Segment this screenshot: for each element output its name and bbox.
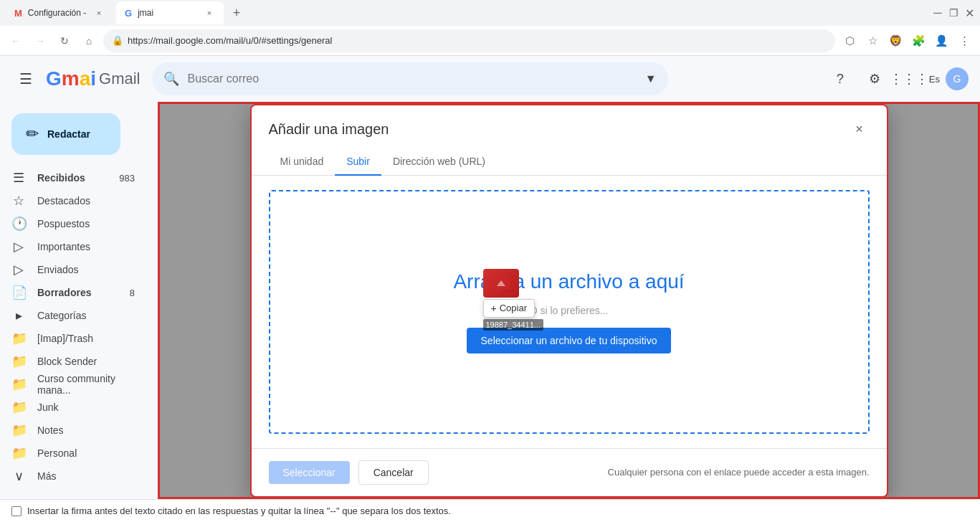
address-bar[interactable]: 🔒 https://mail.google.com/mail/u/0/#sett… [103, 29, 835, 52]
insert-signature-text: Insertar la firma antes del texto citado… [27, 506, 451, 516]
mas-expand-icon: ∨ [11, 468, 26, 484]
search-bar: 🔍 ▼ [152, 62, 668, 95]
drag-filename: 19887_34411... [483, 319, 543, 331]
pospuestos-icon: 🕐 [11, 216, 26, 232]
modal-close-button[interactable]: × [850, 120, 870, 140]
importantes-label: Importantes [37, 241, 135, 252]
sidebar-item-notes[interactable]: 📁 Notes [0, 419, 146, 442]
hamburger-menu[interactable]: ☰ [11, 65, 40, 93]
browser-tab-1[interactable]: M Configuración - × [6, 1, 113, 24]
recibidos-label: Recibidos [37, 172, 108, 184]
tab1-close[interactable]: × [93, 7, 105, 19]
extensions-icon[interactable]: 🧩 [908, 31, 928, 51]
sidebar-item-pospuestos[interactable]: 🕐 Pospuestos [0, 212, 146, 235]
forward-button[interactable]: → [30, 31, 50, 51]
bookmark-icon[interactable]: ☆ [862, 31, 883, 51]
footer-note: Cualquier persona con el enlace puede ac… [608, 467, 870, 478]
tab1-favicon: M [14, 8, 22, 19]
drop-zone[interactable]: Arrastra un archivo a aquí Copiar [269, 190, 870, 434]
borradores-label: Borradores [37, 287, 118, 298]
compose-button[interactable]: ✏ Redactar [11, 113, 120, 155]
tab-url[interactable]: Dirección web (URL) [381, 148, 497, 176]
importantes-icon: ▷ [11, 239, 26, 255]
personal-label: Personal [37, 447, 135, 459]
new-tab-button[interactable]: + [227, 3, 247, 23]
tab2-close[interactable]: × [204, 7, 215, 19]
imap-trash-label: [Imap]/Trash [37, 333, 135, 344]
sidebar-item-personal[interactable]: 📁 Personal [0, 442, 146, 465]
window-controls: ─ ❐ ✕ [933, 8, 974, 18]
imap-trash-icon: 📁 [11, 331, 26, 346]
select-file-button[interactable]: Seleccionar un archivo de tu dispositivo [467, 328, 672, 353]
block-sender-label: Block Sender [37, 356, 135, 367]
mas-label: Más [37, 470, 135, 482]
tab-mi-unidad[interactable]: Mi unidad [269, 148, 336, 176]
sidebar-item-enviados[interactable]: ▷ Enviados [0, 258, 146, 281]
browser-tab-2[interactable]: G jmai × [116, 1, 224, 24]
drag-copy-badge: Copiar [483, 299, 535, 318]
tab2-favicon: G [125, 8, 132, 19]
menu-icon[interactable]: ⋮ [954, 31, 974, 51]
brave-icon[interactable]: 🦁 [885, 31, 905, 51]
modal-title: Añadir una imagen [269, 121, 389, 138]
notes-label: Notes [37, 424, 135, 436]
help-icon[interactable]: ? [826, 65, 855, 93]
apps-icon[interactable]: ⋮⋮⋮ [895, 65, 923, 93]
user-avatar[interactable]: G [946, 67, 969, 90]
recibidos-icon: ☰ [11, 170, 26, 186]
enviados-icon: ▷ [11, 262, 26, 277]
sidebar-item-block-sender[interactable]: 📁 Block Sender [0, 350, 146, 373]
tab-subir[interactable]: Subir [335, 148, 381, 176]
modal-footer: Seleccionar Cancelar Cualquier persona c… [252, 448, 887, 496]
gmail-body: ✏ Redactar ☰ Recibidos 983 ☆ Destacados … [0, 102, 980, 499]
sidebar-item-recibidos[interactable]: ☰ Recibidos 983 [0, 166, 146, 189]
borradores-icon: 📄 [11, 285, 26, 300]
gmail-logo-area: ☰ Gmai Gmail [11, 65, 141, 93]
cancel-button[interactable]: Cancelar [358, 460, 429, 485]
back-button[interactable]: ← [6, 31, 26, 51]
language-selector[interactable]: Es [929, 74, 940, 85]
tab1-title: Configuración - [28, 8, 87, 18]
sidebar-item-mas[interactable]: ∨ Más [0, 465, 146, 488]
gmail-logo: Gmai Gmail [46, 67, 141, 90]
personal-icon: 📁 [11, 445, 26, 461]
checkbox-insert-signature[interactable] [11, 506, 22, 516]
close-window-button[interactable]: ✕ [964, 8, 974, 18]
main-content: Añadir una imagen × Mi unidad Subir Dire… [158, 102, 980, 499]
junk-icon: 📁 [11, 399, 26, 415]
sidebar-item-imap-trash[interactable]: 📁 [Imap]/Trash [0, 327, 146, 350]
profile-icon[interactable]: 👤 [931, 31, 951, 51]
sidebar-item-borradores[interactable]: 📄 Borradores 8 [0, 281, 146, 304]
curso-icon: 📁 [11, 376, 26, 392]
sidebar-item-junk[interactable]: 📁 Junk [0, 396, 146, 419]
minimize-button[interactable]: ─ [933, 8, 943, 18]
header-actions: ? ⚙ ⋮⋮⋮ Es G [826, 65, 969, 93]
modal-header: Añadir una imagen × [252, 105, 887, 148]
settings-icon[interactable]: ⚙ [860, 65, 889, 93]
sidebar: ✏ Redactar ☰ Recibidos 983 ☆ Destacados … [0, 102, 158, 499]
compose-plus-icon: ✏ [26, 125, 39, 143]
select-button[interactable]: Seleccionar [269, 461, 350, 484]
sidebar-item-importantes[interactable]: ▷ Importantes [0, 235, 146, 258]
cast-icon[interactable]: ⬡ [839, 31, 860, 51]
sidebar-item-curso-community[interactable]: 📁 Curso community mana... [0, 373, 146, 396]
restore-button[interactable]: ❐ [948, 8, 958, 18]
browser-chrome: M Configuración - × G jmai × + ─ ❐ ✕ ← →… [0, 0, 980, 56]
bottom-bar: Insertar la firma antes del texto citado… [0, 499, 980, 522]
gmail-m-logo: Gmai [46, 67, 96, 90]
search-input[interactable] [188, 72, 637, 85]
sidebar-item-destacados[interactable]: ☆ Destacados [0, 189, 146, 212]
lock-icon: 🔒 [112, 35, 123, 46]
compose-label: Redactar [47, 128, 90, 140]
search-dropdown-icon[interactable]: ▼ [645, 72, 657, 85]
sidebar-item-categorias[interactable]: ▸ Categorías [0, 304, 146, 327]
gmail-header: ☰ Gmai Gmail 🔍 ▼ ? ⚙ ⋮⋮⋮ Es G [0, 56, 980, 102]
reload-button[interactable]: ↻ [54, 31, 75, 51]
modal-overlay[interactable]: Añadir una imagen × Mi unidad Subir Dire… [158, 102, 980, 499]
home-button[interactable]: ⌂ [79, 31, 99, 51]
gmail-brand: Gmail [99, 70, 140, 88]
browser-titlebar: M Configuración - × G jmai × + ─ ❐ ✕ [0, 0, 980, 26]
drag-cursor: Copiar 19887_34411... [483, 269, 543, 331]
search-input-wrap: 🔍 ▼ [152, 62, 668, 95]
destacados-icon: ☆ [11, 193, 26, 209]
